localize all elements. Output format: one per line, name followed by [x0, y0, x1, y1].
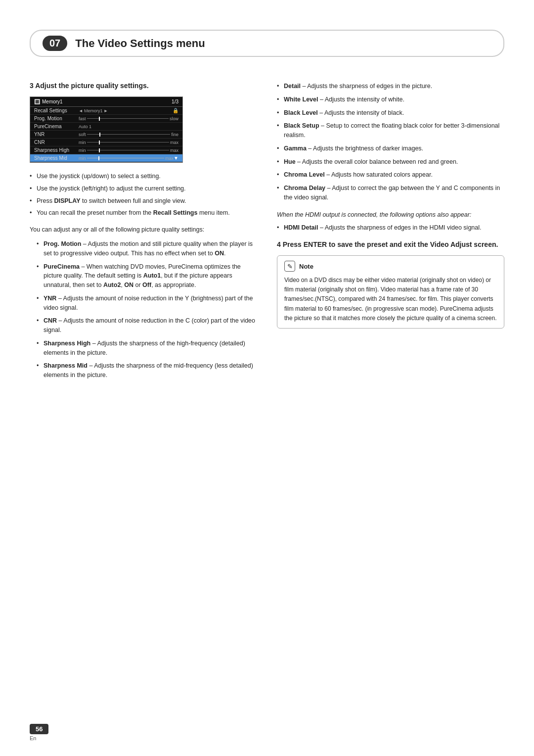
screen-header: 🔳 Memory1 1/3: [30, 97, 182, 107]
bullet-display: Press DISPLAY to switch between full and…: [30, 196, 257, 206]
hdmi-bullets: HDMI Detail – Adjusts the sharpness of e…: [277, 223, 504, 233]
screen-icon-area: 🔳 Memory1: [34, 99, 63, 104]
chapter-number: 07: [43, 36, 67, 51]
row-value-recall: ◄ Memory1 ►: [79, 108, 173, 113]
right-settings-bullets: Detail – Adjusts the sharpness of edges …: [277, 82, 504, 202]
scroll-icon: ▼: [174, 155, 178, 161]
bullet-sharpness-mid: Sharpness Mid – Adjusts the sharpness of…: [37, 361, 257, 380]
bar-track-cnr: [87, 141, 169, 144]
bullet-cnr: CNR – Adjusts the amount of noise reduct…: [37, 316, 257, 335]
bullet-chroma-delay: Chroma Delay – Adjust to correct the gap…: [277, 184, 504, 202]
bullet-joystick-leftright: Use the joystick (left/right) to adjust …: [30, 184, 257, 193]
bar-marker-prog: [99, 117, 100, 121]
bar-marker-ynr: [99, 133, 100, 137]
bullet-white-level: White Level – Adjusts the intensity of w…: [277, 95, 504, 104]
bullet-hdmi-detail: HDMI Detail – Adjusts the sharpness of e…: [277, 223, 504, 233]
section4-heading: 4 Press ENTER to save the preset and exi…: [277, 240, 504, 248]
left-column: 3 Adjust the picture quality settings. 🔳…: [30, 82, 257, 385]
row-bar-sharpness-high: min max: [79, 148, 178, 153]
screen-row-sharpness-high: Sharpness High min max: [30, 146, 182, 154]
bar-track-prog: [87, 117, 169, 121]
row-bar-sharpness-mid: min max: [79, 156, 174, 161]
bullet-gamma: Gamma – Adjusts the brightness of darker…: [277, 144, 504, 153]
bar-track-sharpness-high: [87, 148, 169, 152]
screen-title: Memory1: [42, 99, 63, 104]
joystick-bullets: Use the joystick (up/down) to select a s…: [30, 172, 257, 218]
content-area: 3 Adjust the picture quality settings. 🔳…: [30, 82, 504, 385]
note-box: ✎ Note Video on a DVD discs may be eithe…: [277, 255, 504, 329]
bullet-black-setup: Black Setup – Setup to correct the float…: [277, 121, 504, 140]
bullet-ynr: YNR – Adjusts the amount of noise reduct…: [37, 294, 257, 313]
memory-icon: 🔳: [34, 99, 40, 104]
bar-track-sharpness-mid: [87, 156, 165, 160]
page-lang: En: [30, 735, 36, 741]
settings-bullets: Prog. Motion – Adjusts the motion and st…: [37, 239, 257, 380]
bullet-joystick-updown: Use the joystick (up/down) to select a s…: [30, 172, 257, 181]
intro-text: You can adjust any or all of the followi…: [30, 225, 257, 235]
screen-row-ynr: YNR soft fine: [30, 131, 182, 139]
screen-page: 1/3: [172, 99, 178, 104]
bar-marker-cnr: [99, 141, 100, 144]
bullet-black-level: Black Level – Adjusts the intensity of b…: [277, 108, 504, 118]
row-label-prog: Prog. Motion: [34, 116, 79, 121]
row-bar-ynr: soft fine: [79, 132, 178, 137]
screen-row-cnr: CNR min max: [30, 139, 182, 146]
hdmi-note: When the HDMI output is connected, the f…: [277, 210, 504, 220]
bullet-recall: You can recall the preset number from th…: [30, 208, 257, 218]
bullet-prog-motion: Prog. Motion – Adjusts the motion and st…: [37, 239, 257, 258]
page-number: 56: [30, 724, 48, 734]
note-header: ✎ Note: [284, 261, 497, 272]
row-bar-prog: fast slow: [79, 116, 178, 121]
row-label-cnr: CNR: [34, 140, 79, 145]
bar-marker-sharpness-mid: [98, 156, 99, 160]
screen-row-purecinema: PureCinema Auto 1: [30, 123, 182, 131]
bullet-hue: Hue – Adjusts the overall color balance …: [277, 157, 504, 167]
chapter-header: 07 The Video Settings menu: [30, 30, 504, 57]
page: 07 The Video Settings menu 3 Adjust the …: [0, 0, 534, 756]
note-icon: ✎: [284, 261, 295, 272]
nav-left-icon: ◄: [79, 108, 83, 113]
bullet-chroma-level: Chroma Level – Adjusts how saturated col…: [277, 170, 504, 180]
lock-icon: 🔒: [173, 108, 178, 113]
bullet-purecinema: PureCinema – When watching DVD movies, P…: [37, 262, 257, 290]
bar-track-ynr: [87, 133, 171, 137]
bullet-detail: Detail – Adjusts the sharpness of edges …: [277, 82, 504, 91]
row-label-sharpness-mid: Sharpness Mid: [34, 155, 79, 161]
nav-right-icon: ►: [103, 108, 108, 113]
row-label-ynr: YNR: [34, 132, 79, 137]
screen-row-prog-motion: Prog. Motion fast slow: [30, 115, 182, 123]
screen-row-sharpness-mid: Sharpness Mid min max ▼: [30, 154, 182, 162]
bar-marker-sharpness-high: [99, 148, 100, 152]
row-bar-cnr: min max: [79, 140, 178, 145]
row-label-sharpness-high: Sharpness High: [34, 147, 79, 153]
note-label: Note: [299, 263, 313, 270]
chapter-title: The Video Settings menu: [75, 37, 205, 50]
screen-row-recall: Recall Settings ◄ Memory1 ► 🔒: [30, 107, 182, 115]
row-value-purecinema: Auto 1: [79, 124, 178, 129]
note-text: Video on a DVD discs may be either video…: [284, 276, 497, 323]
section3-heading: 3 Adjust the picture quality settings.: [30, 82, 257, 90]
right-column: Detail – Adjusts the sharpness of edges …: [277, 82, 504, 385]
row-label-purecinema: PureCinema: [34, 124, 79, 129]
bullet-sharpness-high: Sharpness High – Adjusts the sharpness o…: [37, 339, 257, 358]
screen-widget: 🔳 Memory1 1/3 Recall Settings ◄ Memory1 …: [30, 96, 183, 163]
row-label-recall: Recall Settings: [34, 108, 79, 113]
page-footer: 56 En: [30, 724, 48, 741]
